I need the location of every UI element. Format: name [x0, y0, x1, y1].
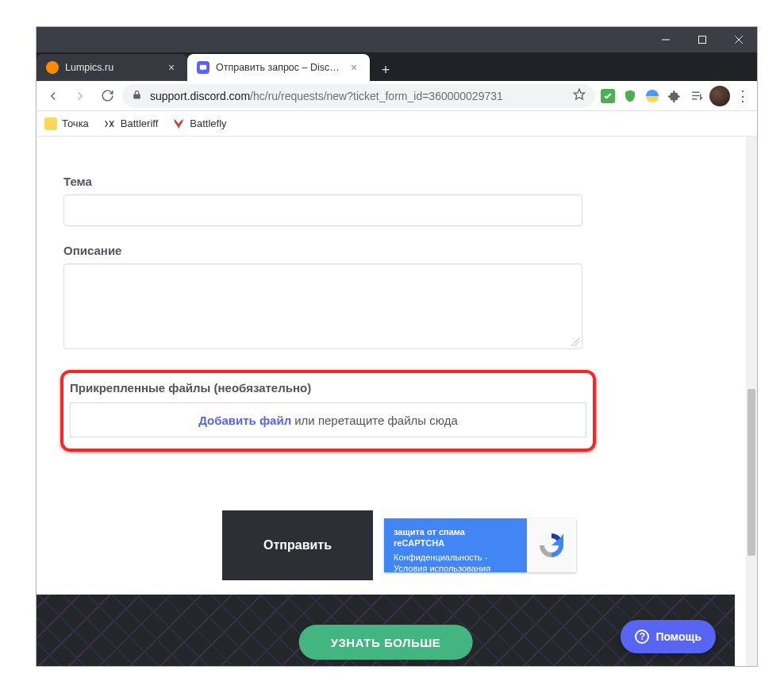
drag-hint-text: или перетащите файлы сюда [294, 414, 458, 427]
profile-avatar[interactable] [709, 86, 730, 106]
recaptcha-logo-icon [527, 518, 576, 572]
attachments-section: Прикрепленные файлы (необязательно) Доба… [63, 373, 593, 449]
url-path: /hc/ru/requests/new?ticket_form_id=36000… [250, 90, 503, 102]
favicon-discord [197, 61, 209, 74]
window-close-button[interactable] [721, 27, 757, 52]
nav-back-button[interactable] [41, 84, 65, 108]
window-minimize-button[interactable] [648, 27, 684, 52]
add-file-link[interactable]: Добавить файл [198, 414, 291, 427]
window-maximize-button[interactable] [684, 27, 721, 52]
help-icon: ? [635, 629, 649, 644]
url-text: support.discord.com/hc/ru/requests/new?t… [150, 90, 565, 102]
submit-row: Отправить защита от спама reCAPTCHA Конф… [63, 510, 719, 580]
page-content: Тема Описание Прикрепленные файлы (необя… [37, 137, 746, 666]
recaptcha-badge[interactable]: защита от спама reCAPTCHA Конфиденциальн… [384, 518, 576, 572]
bookmark-folder-icon [44, 117, 57, 130]
description-label: Описание [63, 244, 719, 257]
support-form: Тема Описание Прикрепленные файлы (необя… [37, 137, 746, 596]
bookmark-battleriff[interactable]: Battleriff [103, 117, 158, 130]
bookmark-tochka[interactable]: Точка [44, 117, 89, 130]
window-titlebar [37, 27, 757, 52]
tab-title: Lumpics.ru [65, 62, 159, 73]
help-widget-button[interactable]: ? Помощь [621, 620, 716, 653]
learn-more-label: УЗНАТЬ БОЛЬШЕ [331, 636, 441, 649]
scrollbar-track[interactable] [746, 137, 757, 666]
bookmark-label: Battlefly [190, 117, 226, 129]
new-tab-button[interactable]: + [375, 59, 397, 81]
svg-marker-4 [574, 89, 584, 99]
tab-title: Отправить запрос – Discord [216, 62, 341, 73]
attachments-label: Прикрепленные файлы (необязательно) [70, 381, 586, 395]
page-footer: УЗНАТЬ БОЛЬШЕ ? Помощь [37, 595, 735, 666]
bookmark-icon [172, 117, 185, 130]
truncated-hint-text [63, 146, 719, 157]
tab-close-icon[interactable]: × [165, 61, 178, 74]
tab-lumpics[interactable]: Lumpics.ru × [37, 54, 187, 81]
viewport: Тема Описание Прикрепленные файлы (необя… [37, 137, 757, 666]
lock-icon [132, 90, 142, 102]
favicon-lumpics [46, 61, 59, 74]
tab-bar: Lumpics.ru × Отправить запрос – Discord … [37, 52, 757, 81]
recaptcha-privacy-link[interactable]: Конфиденциальность [394, 552, 482, 562]
url-host: support.discord.com [150, 90, 250, 102]
chrome-menu-icon[interactable]: ⋮ [733, 87, 752, 106]
bookmark-star-icon[interactable] [573, 88, 586, 103]
help-label: Помощь [655, 630, 701, 643]
extensions-menu-icon[interactable] [665, 87, 684, 106]
bookmark-label: Точка [62, 117, 89, 129]
extension-shield-icon[interactable] [621, 87, 640, 106]
browser-toolbar: support.discord.com/hc/ru/requests/new?t… [37, 81, 757, 111]
browser-window: Lumpics.ru × Отправить запрос – Discord … [36, 26, 758, 667]
attachments-dropzone[interactable]: Добавить файл или перетащите файлы сюда [70, 402, 586, 437]
bookmark-battlefly[interactable]: Battlefly [172, 117, 226, 130]
submit-button-label: Отправить [263, 538, 332, 552]
nav-reload-button[interactable] [95, 84, 119, 108]
scrollbar-thumb[interactable] [747, 389, 755, 556]
description-textarea[interactable] [63, 264, 582, 349]
address-bar[interactable]: support.discord.com/hc/ru/requests/new?t… [122, 84, 595, 108]
tab-close-icon[interactable]: × [348, 61, 360, 74]
recaptcha-terms-link[interactable]: Условия использования [394, 564, 490, 573]
extension-flag-icon[interactable] [643, 87, 662, 106]
recaptcha-title: защита от спама reCAPTCHA [394, 526, 517, 549]
recaptcha-text: защита от спама reCAPTCHA Конфиденциальн… [384, 518, 527, 572]
bookmark-icon [103, 117, 116, 130]
extension-adguard-icon[interactable] [598, 87, 617, 106]
topic-input[interactable] [63, 194, 582, 226]
nav-forward-button[interactable] [68, 84, 92, 108]
topic-label: Тема [63, 175, 719, 188]
bookmark-label: Battleriff [121, 117, 158, 129]
submit-button[interactable]: Отправить [222, 510, 373, 580]
tab-discord-support[interactable]: Отправить запрос – Discord × [187, 54, 370, 81]
learn-more-button[interactable]: УЗНАТЬ БОЛЬШЕ [299, 625, 473, 660]
svg-rect-1 [699, 37, 706, 44]
reading-list-icon[interactable] [687, 87, 706, 106]
bookmarks-bar: Точка Battleriff Battlefly [37, 111, 757, 137]
